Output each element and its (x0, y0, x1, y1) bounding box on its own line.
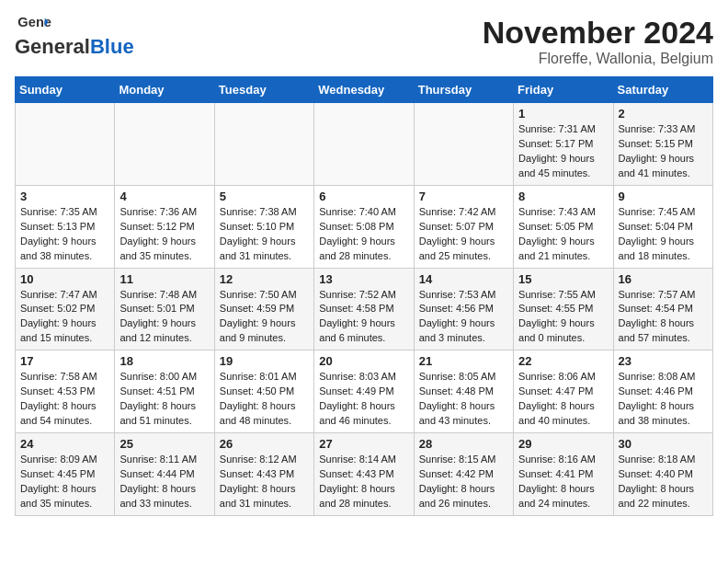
calendar-cell: 2Sunrise: 7:33 AMSunset: 5:15 PMDaylight… (613, 103, 712, 186)
day-number: 28 (419, 437, 508, 451)
week-row-3: 10Sunrise: 7:47 AMSunset: 5:02 PMDayligh… (16, 268, 713, 350)
day-number: 17 (20, 354, 109, 368)
day-number: 24 (20, 437, 109, 451)
day-number: 22 (518, 354, 608, 368)
cell-content: Sunrise: 8:18 AMSunset: 4:40 PMDaylight:… (619, 453, 708, 511)
cell-content: Sunrise: 8:03 AMSunset: 4:49 PMDaylight:… (319, 370, 408, 429)
calendar-cell: 12Sunrise: 7:50 AMSunset: 4:59 PMDayligh… (214, 268, 313, 350)
cell-content: Sunrise: 8:11 AMSunset: 4:44 PMDaylight:… (119, 453, 209, 511)
calendar-cell: 17Sunrise: 7:58 AMSunset: 4:53 PMDayligh… (16, 350, 115, 433)
location: Floreffe, Wallonia, Belgium (483, 51, 713, 67)
calendar-header-row: SundayMondayTuesdayWednesdayThursdayFrid… (16, 77, 713, 103)
cell-content: Sunrise: 8:09 AMSunset: 4:45 PMDaylight:… (20, 453, 109, 511)
day-number: 6 (319, 190, 408, 203)
day-number: 26 (220, 437, 309, 451)
calendar-cell: 10Sunrise: 7:47 AMSunset: 5:02 PMDayligh… (16, 268, 115, 350)
calendar-cell (314, 103, 414, 186)
cell-content: Sunrise: 8:12 AMSunset: 4:43 PMDaylight:… (220, 453, 309, 511)
header-wednesday: Wednesday (314, 77, 414, 103)
cell-content: Sunrise: 8:15 AMSunset: 4:42 PMDaylight:… (419, 453, 508, 511)
calendar-cell: 28Sunrise: 8:15 AMSunset: 4:42 PMDayligh… (414, 433, 513, 516)
calendar-cell: 18Sunrise: 8:00 AMSunset: 4:51 PMDayligh… (115, 350, 214, 433)
calendar-cell: 16Sunrise: 7:57 AMSunset: 4:54 PMDayligh… (613, 268, 712, 350)
header-saturday: Saturday (613, 77, 712, 103)
cell-content: Sunrise: 7:42 AMSunset: 5:07 PMDaylight:… (419, 205, 508, 264)
day-number: 4 (119, 190, 209, 203)
calendar-cell: 15Sunrise: 7:55 AMSunset: 4:55 PMDayligh… (514, 268, 613, 350)
cell-content: Sunrise: 7:58 AMSunset: 4:53 PMDaylight:… (20, 370, 109, 429)
day-number: 12 (220, 272, 309, 286)
cell-content: Sunrise: 8:16 AMSunset: 4:41 PMDaylight:… (518, 453, 608, 511)
calendar-table: SundayMondayTuesdayWednesdayThursdayFrid… (15, 76, 713, 516)
day-number: 3 (20, 190, 109, 203)
header-monday: Monday (115, 77, 214, 103)
calendar-cell: 5Sunrise: 7:38 AMSunset: 5:10 PMDaylight… (214, 185, 313, 268)
calendar-cell: 20Sunrise: 8:03 AMSunset: 4:49 PMDayligh… (314, 350, 414, 433)
day-number: 10 (20, 272, 109, 286)
cell-content: Sunrise: 7:55 AMSunset: 4:55 PMDaylight:… (518, 288, 608, 347)
day-number: 27 (319, 437, 408, 451)
day-number: 5 (220, 190, 309, 203)
calendar-cell: 1Sunrise: 7:31 AMSunset: 5:17 PMDaylight… (514, 103, 613, 186)
cell-content: Sunrise: 8:06 AMSunset: 4:47 PMDaylight:… (518, 370, 608, 429)
cell-content: Sunrise: 7:45 AMSunset: 5:04 PMDaylight:… (619, 205, 708, 264)
calendar-cell: 9Sunrise: 7:45 AMSunset: 5:04 PMDaylight… (613, 185, 712, 268)
day-number: 15 (518, 272, 608, 286)
day-number: 16 (619, 272, 708, 286)
week-row-4: 17Sunrise: 7:58 AMSunset: 4:53 PMDayligh… (16, 350, 713, 433)
calendar-cell: 23Sunrise: 8:08 AMSunset: 4:46 PMDayligh… (613, 350, 712, 433)
header-thursday: Thursday (414, 77, 513, 103)
cell-content: Sunrise: 8:08 AMSunset: 4:46 PMDaylight:… (619, 370, 708, 429)
cell-content: Sunrise: 7:40 AMSunset: 5:08 PMDaylight:… (319, 205, 408, 264)
day-number: 30 (619, 437, 708, 451)
day-number: 19 (220, 354, 309, 368)
calendar-cell: 4Sunrise: 7:36 AMSunset: 5:12 PMDaylight… (115, 185, 214, 268)
calendar-cell: 14Sunrise: 7:53 AMSunset: 4:56 PMDayligh… (414, 268, 513, 350)
cell-content: Sunrise: 7:36 AMSunset: 5:12 PMDaylight:… (119, 205, 209, 264)
cell-content: Sunrise: 7:57 AMSunset: 4:54 PMDaylight:… (619, 288, 708, 347)
calendar-cell: 24Sunrise: 8:09 AMSunset: 4:45 PMDayligh… (16, 433, 115, 516)
cell-content: Sunrise: 8:14 AMSunset: 4:43 PMDaylight:… (319, 453, 408, 511)
day-number: 1 (518, 107, 608, 121)
title-area: November 2024 Floreffe, Wallonia, Belgiu… (483, 15, 713, 67)
day-number: 23 (619, 354, 708, 368)
header-friday: Friday (514, 77, 613, 103)
day-number: 21 (419, 354, 508, 368)
header-sunday: Sunday (16, 77, 115, 103)
calendar-cell (115, 103, 214, 186)
calendar-cell: 13Sunrise: 7:52 AMSunset: 4:58 PMDayligh… (314, 268, 414, 350)
week-row-5: 24Sunrise: 8:09 AMSunset: 4:45 PMDayligh… (16, 433, 713, 516)
day-number: 11 (119, 272, 209, 286)
day-number: 20 (319, 354, 408, 368)
week-row-2: 3Sunrise: 7:35 AMSunset: 5:13 PMDaylight… (16, 185, 713, 268)
cell-content: Sunrise: 8:01 AMSunset: 4:50 PMDaylight:… (220, 370, 309, 429)
calendar-cell (214, 103, 313, 186)
cell-content: Sunrise: 7:38 AMSunset: 5:10 PMDaylight:… (220, 205, 309, 264)
calendar-cell: 26Sunrise: 8:12 AMSunset: 4:43 PMDayligh… (214, 433, 313, 516)
calendar-cell: 19Sunrise: 8:01 AMSunset: 4:50 PMDayligh… (214, 350, 313, 433)
logo-general: General (15, 35, 90, 59)
day-number: 9 (619, 190, 708, 203)
calendar-cell: 21Sunrise: 8:05 AMSunset: 4:48 PMDayligh… (414, 350, 513, 433)
calendar-cell: 25Sunrise: 8:11 AMSunset: 4:44 PMDayligh… (115, 433, 214, 516)
header: General GeneralBlue November 2024 Floref… (15, 15, 713, 67)
cell-content: Sunrise: 7:53 AMSunset: 4:56 PMDaylight:… (419, 288, 508, 347)
calendar-cell: 11Sunrise: 7:48 AMSunset: 5:01 PMDayligh… (115, 268, 214, 350)
day-number: 2 (619, 107, 708, 121)
month-title: November 2024 (483, 15, 713, 51)
header-tuesday: Tuesday (214, 77, 313, 103)
calendar-cell (16, 103, 115, 186)
cell-content: Sunrise: 7:33 AMSunset: 5:15 PMDaylight:… (619, 122, 708, 181)
calendar-cell: 8Sunrise: 7:43 AMSunset: 5:05 PMDaylight… (514, 185, 613, 268)
calendar-cell (414, 103, 513, 186)
cell-content: Sunrise: 7:31 AMSunset: 5:17 PMDaylight:… (518, 122, 608, 181)
cell-content: Sunrise: 7:47 AMSunset: 5:02 PMDaylight:… (20, 288, 109, 347)
calendar-cell: 7Sunrise: 7:42 AMSunset: 5:07 PMDaylight… (414, 185, 513, 268)
day-number: 13 (319, 272, 408, 286)
week-row-1: 1Sunrise: 7:31 AMSunset: 5:17 PMDaylight… (16, 103, 713, 186)
day-number: 25 (119, 437, 209, 451)
calendar-cell: 6Sunrise: 7:40 AMSunset: 5:08 PMDaylight… (314, 185, 414, 268)
logo-blue: Blue (90, 35, 134, 59)
cell-content: Sunrise: 7:35 AMSunset: 5:13 PMDaylight:… (20, 205, 109, 264)
cell-content: Sunrise: 7:52 AMSunset: 4:58 PMDaylight:… (319, 288, 408, 347)
